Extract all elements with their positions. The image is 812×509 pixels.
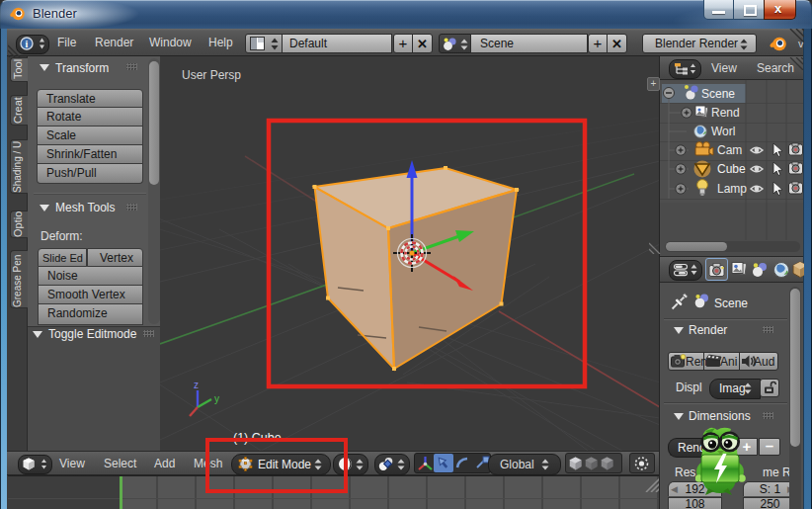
svg-text:Lamp: Lamp — [717, 182, 747, 196]
svg-text:Scene: Scene — [701, 87, 735, 101]
svg-text:User Persp: User Persp — [182, 68, 241, 82]
svg-text:y: y — [214, 393, 219, 404]
svg-text:Rend: Rend — [711, 106, 740, 120]
svg-text:Cam: Cam — [717, 143, 742, 157]
svg-text:i: i — [26, 39, 29, 49]
svg-text:Cube: Cube — [717, 162, 746, 176]
svg-text:Worl: Worl — [711, 125, 735, 138]
svg-text:z: z — [194, 380, 199, 390]
